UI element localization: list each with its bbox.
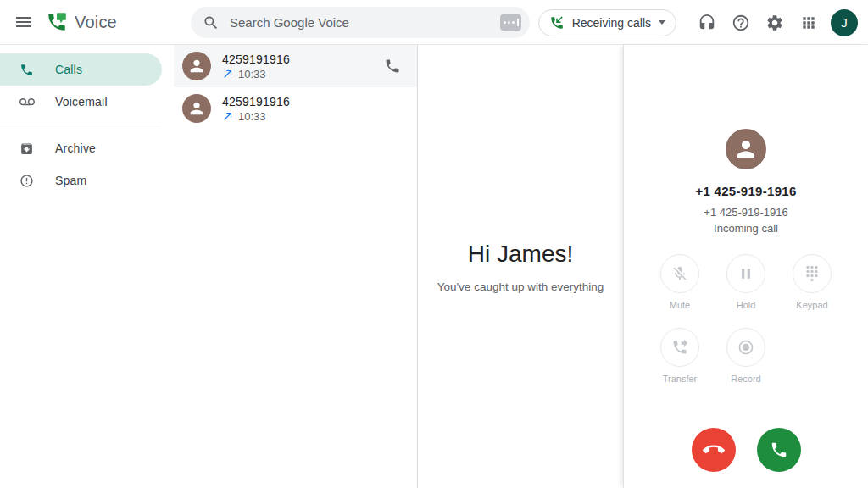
sidebar-divider	[0, 125, 162, 125]
top-header: Voice Receiving calls	[0, 0, 868, 45]
caller-number-secondary: +1 425-919-1916	[704, 206, 787, 219]
outgoing-call-arrow-icon	[222, 110, 234, 122]
control-label: Keypad	[796, 300, 827, 310]
phone-icon	[19, 62, 35, 77]
sidebar-item-spam[interactable]: Spam	[0, 164, 162, 197]
chevron-down-icon	[659, 20, 665, 25]
call-meta: 4259191916 10:33	[222, 95, 290, 123]
sidebar-item-archive[interactable]: Archive	[0, 132, 162, 164]
help-icon[interactable]	[724, 6, 758, 40]
decline-call-button[interactable]	[692, 428, 736, 472]
mic-off-icon	[660, 254, 699, 293]
hold-button[interactable]: Hold	[726, 254, 765, 310]
voicemail-icon	[19, 94, 35, 109]
record-button[interactable]: Record	[726, 328, 765, 384]
sidebar-item-label: Archive	[55, 141, 96, 155]
call-status: Incoming call	[714, 222, 778, 235]
sidebar: Calls Voicemail Archive Spam	[0, 45, 174, 488]
account-avatar[interactable]: J	[831, 9, 858, 36]
call-end-icon	[703, 439, 725, 461]
sidebar-item-label: Spam	[55, 174, 86, 187]
voice-logo-icon	[46, 11, 68, 33]
sidebar-item-label: Calls	[55, 63, 82, 76]
greeting-title: Hi James!	[468, 241, 573, 268]
phone-callback-icon	[549, 15, 565, 30]
call-number: 4259191916	[222, 95, 290, 108]
call-controls: Mute Hold Keypad	[647, 254, 845, 384]
call-accept-icon	[770, 441, 788, 459]
contact-avatar	[182, 52, 211, 80]
keypad-button[interactable]: Keypad	[793, 254, 832, 310]
sidebar-item-calls[interactable]: Calls	[0, 53, 162, 86]
record-icon	[726, 328, 765, 367]
receiving-calls-chip[interactable]: Receiving calls	[538, 9, 676, 36]
caller-avatar	[726, 129, 766, 169]
call-list-row[interactable]: 4259191916 10:33	[174, 87, 417, 130]
mute-button[interactable]: Mute	[660, 254, 699, 310]
control-label: Record	[731, 374, 760, 384]
empty-state-panel: Hi James! You've caught up with everythi…	[418, 45, 623, 488]
transfer-button[interactable]: Transfer	[660, 328, 699, 384]
contact-avatar	[182, 94, 211, 123]
phone-forwarded-icon	[660, 328, 699, 367]
search-input[interactable]	[230, 15, 500, 30]
call-list: 4259191916 10:33 42591919	[174, 45, 418, 488]
control-label: Mute	[670, 300, 690, 310]
incoming-call-panel: +1 425-919-1916 +1 425-919-1916 Incoming…	[623, 45, 868, 488]
sidebar-item-label: Voicemail	[55, 95, 108, 108]
settings-gear-icon[interactable]	[758, 6, 792, 40]
accept-call-button[interactable]	[757, 428, 801, 472]
search-icon	[203, 14, 220, 31]
headset-icon[interactable]	[690, 6, 724, 40]
app-title: Voice	[75, 13, 117, 32]
call-time: 10:33	[238, 110, 266, 123]
sidebar-item-voicemail[interactable]: Voicemail	[0, 86, 162, 118]
pause-icon	[726, 254, 765, 293]
hamburger-menu-icon[interactable]	[7, 5, 41, 39]
main-content: Calls Voicemail Archive Spam	[0, 45, 868, 488]
dialpad-entry-icon[interactable]	[500, 14, 521, 31]
call-list-row[interactable]: 4259191916 10:33	[174, 45, 417, 87]
avatar-initial: J	[841, 15, 848, 30]
call-time: 10:33	[238, 68, 266, 80]
spam-icon	[19, 173, 35, 188]
call-meta: 4259191916 10:33	[222, 53, 290, 80]
receiving-calls-label: Receiving calls	[572, 16, 651, 30]
google-voice-app: Voice Receiving calls	[0, 0, 868, 488]
dialpad-icon	[793, 254, 832, 293]
voice-logo[interactable]: Voice	[46, 11, 117, 33]
call-number: 4259191916	[222, 53, 290, 66]
greeting-subtitle: You've caught up with everything	[437, 280, 604, 293]
archive-icon	[19, 141, 35, 156]
header-actions: Receiving calls J	[538, 0, 858, 45]
search-bar	[191, 7, 530, 38]
caller-number-primary: +1 425-919-1916	[695, 184, 796, 198]
control-label: Hold	[737, 300, 756, 310]
outgoing-call-arrow-icon	[222, 68, 234, 80]
google-apps-grid-icon[interactable]	[792, 6, 826, 40]
answer-actions	[624, 428, 868, 472]
call-back-button[interactable]	[382, 56, 403, 76]
control-label: Transfer	[663, 374, 698, 384]
